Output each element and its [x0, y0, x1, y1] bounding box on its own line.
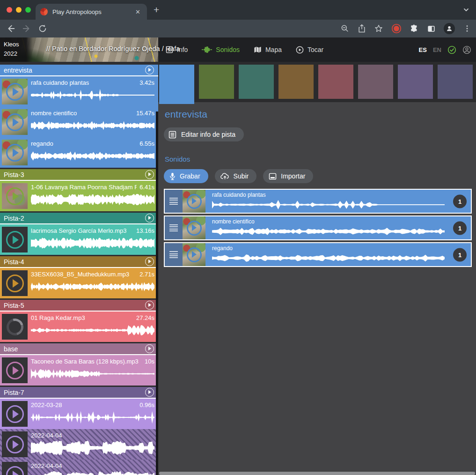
forward-button[interactable]: [22, 23, 32, 34]
track-play-button[interactable]: [145, 214, 154, 223]
track-color-tab[interactable]: [398, 65, 433, 99]
profile-avatar[interactable]: [444, 23, 455, 34]
audio-clip[interactable]: 2022-03-28 0.96s: [0, 399, 158, 429]
browser-tab[interactable]: Play Antropoloops ✕: [36, 4, 147, 20]
track-play-button[interactable]: [145, 170, 154, 179]
clip-play-button[interactable]: [6, 113, 24, 131]
clip-thumbnail[interactable]: [2, 140, 28, 165]
clip-play-button[interactable]: [6, 231, 24, 249]
clip-play-button[interactable]: [6, 275, 24, 292]
sound-play-button[interactable]: [187, 194, 202, 209]
lang-en-button[interactable]: EN: [433, 46, 441, 53]
track-color-tab[interactable]: [239, 65, 274, 99]
back-button[interactable]: [6, 23, 16, 34]
clip-thumbnail[interactable]: [2, 401, 28, 427]
sound-play-button[interactable]: [187, 221, 202, 236]
sound-row[interactable]: regando 1: [164, 242, 472, 267]
track-color-tab[interactable]: [199, 65, 234, 99]
zoom-window-button[interactable]: [25, 7, 31, 13]
clip-play-button[interactable]: [6, 187, 24, 205]
sound-row[interactable]: rafa cuidando plantas 1: [164, 189, 472, 214]
clip-play-button[interactable]: [6, 466, 24, 475]
clip-thumbnail[interactable]: [2, 357, 28, 383]
side-panel-icon[interactable]: [427, 24, 436, 33]
bookmark-star-icon[interactable]: [374, 24, 383, 33]
audio-clip[interactable]: rafa cuidando plantas 3.42s: [0, 76, 158, 107]
import-button[interactable]: Importar: [263, 169, 313, 183]
sound-row[interactable]: nombre cientifico 1: [164, 215, 472, 240]
audio-clip[interactable]: 2022-04-04: [0, 460, 158, 475]
audio-clip[interactable]: Taconeo de Sara Baras (128 kbps).mp3 10s: [0, 355, 158, 386]
share-icon[interactable]: [358, 24, 366, 33]
track-header[interactable]: Pista-5: [0, 300, 158, 312]
track-color-tab[interactable]: [358, 65, 393, 99]
tab-mapa[interactable]: Mapa: [254, 46, 282, 53]
track-play-button[interactable]: [145, 388, 154, 397]
reload-button[interactable]: [37, 23, 48, 34]
horizontal-scrollbar[interactable]: [159, 472, 475, 475]
clip-thumbnail[interactable]: [2, 109, 28, 135]
sidebar-scrollbar[interactable]: [156, 111, 158, 475]
clip-thumbnail[interactable]: [2, 314, 28, 340]
track-header[interactable]: Pista-2: [0, 213, 158, 224]
audio-clip[interactable]: regando 6.55s: [0, 137, 158, 168]
track-header[interactable]: entrevista: [0, 65, 158, 76]
track-header[interactable]: Pista-3: [0, 169, 158, 181]
tab-close-icon[interactable]: ✕: [133, 7, 142, 16]
tab-info[interactable]: Info: [166, 46, 188, 53]
track-play-button[interactable]: [145, 301, 154, 310]
audio-clip[interactable]: 2022-04-04: [0, 429, 158, 460]
sound-thumbnail[interactable]: [183, 243, 205, 266]
track-color-tab[interactable]: [438, 65, 473, 99]
track-header[interactable]: Pista-7: [0, 387, 158, 399]
audio-clip[interactable]: 33ESX6038_B5_Muthedukkum.mp3 2.71s: [0, 268, 158, 298]
audio-clip[interactable]: 1-06 Lavanya Rama Poorna Shadjam Rupak..…: [0, 181, 158, 211]
browser-menu-icon[interactable]: [463, 24, 471, 33]
saved-check-icon[interactable]: [447, 45, 456, 54]
audio-clip[interactable]: lacrimosa Sergio García Merlo.mp3 13.16s: [0, 224, 158, 255]
clip-thumbnail[interactable]: [2, 270, 28, 296]
track-color-tab[interactable]: [278, 65, 314, 99]
tab-search-chevron-icon[interactable]: [463, 7, 469, 13]
clip-play-button[interactable]: [6, 83, 24, 101]
track-color-tab[interactable]: [159, 65, 194, 104]
sound-thumbnail[interactable]: [183, 190, 205, 213]
record-button[interactable]: Grabar: [164, 169, 208, 183]
clip-thumbnail[interactable]: [2, 462, 28, 475]
clip-thumbnail[interactable]: [2, 183, 28, 209]
new-tab-button[interactable]: +: [154, 4, 159, 15]
tab-sonidos[interactable]: Sonidos: [202, 46, 240, 53]
loading-spinner: [3, 315, 26, 338]
track-play-button[interactable]: [145, 66, 154, 74]
clip-thumbnail[interactable]: [2, 79, 28, 104]
recording-extension-icon[interactable]: [391, 23, 402, 34]
drag-handle-icon: [169, 224, 178, 231]
drag-handle[interactable]: [165, 243, 183, 266]
track-color-tab[interactable]: [318, 65, 353, 99]
clip-play-button[interactable]: [6, 405, 24, 423]
tab-tocar[interactable]: Tocar: [296, 46, 323, 54]
edit-track-info-button[interactable]: Editar info de pista: [164, 127, 244, 141]
clip-play-button[interactable]: [6, 436, 24, 453]
sound-thumbnail[interactable]: [183, 216, 205, 239]
audio-clip[interactable]: nombre cientifico 15.47s: [0, 107, 158, 137]
lang-es-button[interactable]: ES: [419, 46, 427, 53]
track-play-button[interactable]: [145, 257, 154, 266]
track-header[interactable]: Pista-4: [0, 256, 158, 268]
clip-play-button[interactable]: [6, 362, 24, 379]
extensions-puzzle-icon[interactable]: [410, 24, 419, 33]
zoom-icon[interactable]: [340, 24, 350, 33]
track-header[interactable]: base: [0, 343, 158, 355]
audio-clip[interactable]: 01 Raga Kedar.mp3 27.24s: [0, 312, 158, 342]
clip-thumbnail[interactable]: [2, 431, 28, 457]
clip-thumbnail[interactable]: [2, 227, 28, 252]
minimize-window-button[interactable]: [16, 7, 22, 13]
drag-handle[interactable]: [165, 216, 183, 239]
account-icon[interactable]: [462, 45, 471, 54]
close-window-button[interactable]: [7, 7, 12, 13]
sound-play-button[interactable]: [187, 247, 202, 262]
clip-play-button[interactable]: [6, 144, 24, 162]
track-play-button[interactable]: [145, 344, 154, 353]
upload-button[interactable]: Subir: [215, 169, 257, 183]
drag-handle[interactable]: [165, 190, 183, 213]
